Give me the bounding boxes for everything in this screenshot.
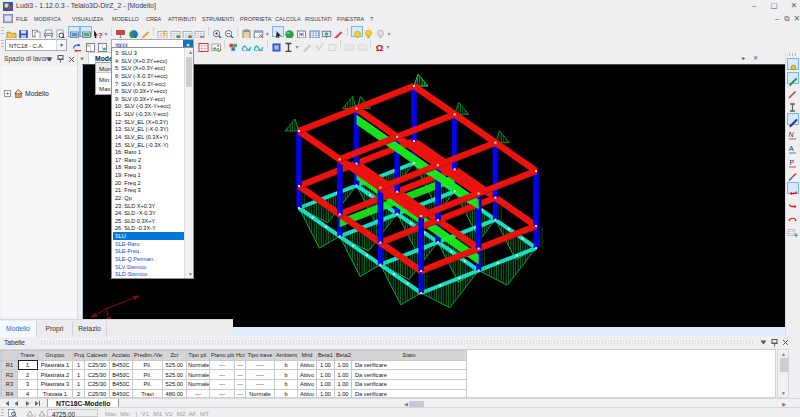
table-cell[interactable]: 525.00 bbox=[163, 380, 187, 390]
preview-icon[interactable] bbox=[55, 26, 67, 37]
table-cell[interactable]: --- bbox=[210, 370, 235, 380]
dropdown-item[interactable]: 6: SLV (-X-0.3Y+ecc) bbox=[113, 72, 184, 80]
combination-table-icon[interactable] bbox=[198, 39, 210, 50]
table-cell[interactable]: C25/30 bbox=[85, 370, 110, 380]
dropdown-item[interactable]: SLD-Sismico bbox=[113, 270, 184, 278]
table-cell[interactable]: 525.00 bbox=[163, 370, 187, 380]
close-window-icon[interactable] bbox=[253, 26, 265, 37]
scroll-down-icon[interactable]: ▼ bbox=[779, 390, 788, 396]
brush-icon[interactable] bbox=[787, 168, 799, 180]
panel-icon[interactable] bbox=[344, 39, 356, 50]
table-cell[interactable]: Pil. bbox=[133, 360, 163, 370]
table-cell[interactable]: Travata 1 bbox=[38, 389, 73, 398]
table-cell[interactable]: --- bbox=[187, 389, 210, 398]
dropdown-item[interactable]: 12: SLV_EL (X+0.3Y) bbox=[113, 118, 184, 126]
check-icon[interactable] bbox=[314, 39, 326, 50]
table-cell[interactable]: Pil. bbox=[133, 370, 163, 380]
menu-file[interactable]: FILE bbox=[16, 16, 28, 22]
table-cell[interactable]: 2 bbox=[18, 370, 38, 380]
menu-modifica[interactable]: MODIFICA bbox=[34, 16, 61, 22]
toolbar-overflow-icon[interactable]: ▾ bbox=[266, 33, 269, 36]
table-cell[interactable]: R4 bbox=[2, 389, 18, 398]
table-vertical-scrollbar[interactable]: ▲ ▼ bbox=[777, 349, 789, 398]
table-cell[interactable]: --- bbox=[235, 380, 246, 390]
table-cell[interactable]: b bbox=[275, 370, 298, 380]
copy-icon[interactable] bbox=[31, 26, 43, 37]
col-header[interactable]: Trave bbox=[18, 351, 38, 361]
table-cell[interactable]: 4 bbox=[18, 389, 38, 398]
col-header[interactable]: Zcr bbox=[163, 351, 187, 361]
zoom-in-icon[interactable] bbox=[212, 26, 224, 37]
col-header[interactable]: Acciaio bbox=[110, 351, 133, 361]
table-cell[interactable]: 1.00 bbox=[335, 380, 352, 390]
dropdown-item[interactable]: 4: SLV (X+0.3Y+ecc) bbox=[113, 57, 184, 65]
table-cell[interactable]: Attivo bbox=[298, 380, 317, 390]
dropdown-item[interactable]: 5: SLV (X+0.3Y-ecc) bbox=[113, 64, 184, 72]
dropdown-scrollbar[interactable]: ▲ ▼ bbox=[184, 48, 193, 278]
col-header[interactable]: Ambiente bbox=[275, 351, 298, 361]
section-icon[interactable] bbox=[283, 39, 295, 50]
norm-combo-arrow[interactable]: ▼ bbox=[56, 40, 66, 50]
film-icon[interactable] bbox=[296, 26, 308, 37]
table-cell[interactable]: Travi bbox=[133, 389, 163, 398]
table-cell[interactable]: Pilastrata 1 bbox=[38, 360, 73, 370]
table-cell[interactable]: R2 bbox=[2, 370, 18, 380]
table-cell[interactable]: 1.00 bbox=[317, 389, 335, 398]
table-cell[interactable]: 3 bbox=[18, 380, 38, 390]
toolbar-grip-2[interactable] bbox=[1, 40, 4, 49]
dropdown-item[interactable]: 3: SLU 3 bbox=[113, 49, 184, 57]
panel-close-icon[interactable] bbox=[68, 56, 75, 63]
image-edit-icon[interactable] bbox=[211, 39, 223, 50]
scroll-right-icon[interactable]: ▶ bbox=[782, 401, 786, 407]
dropdown-item[interactable]: 11: SLV (-0.3X-Y-ecc) bbox=[113, 110, 184, 118]
zoom-out-icon[interactable] bbox=[224, 26, 236, 37]
toolbar-overflow-icon[interactable]: ▾ bbox=[296, 46, 299, 49]
mesh-add-icon[interactable] bbox=[787, 224, 799, 236]
table-cell[interactable]: b bbox=[275, 389, 298, 398]
solid-view-icon[interactable] bbox=[271, 39, 283, 50]
tab-strip-controls[interactable]: ▸ ✕ bbox=[742, 54, 761, 61]
view-model-icon[interactable] bbox=[68, 26, 80, 37]
dropdown-item[interactable]: 13: SLV_EL (-X-0.3Y) bbox=[113, 125, 184, 133]
dropdown-item[interactable]: 24: SLD -X-0.3Y bbox=[113, 209, 184, 217]
tables-close-icon[interactable] bbox=[782, 339, 789, 346]
light-icon[interactable] bbox=[363, 26, 375, 37]
tree-expand-icon[interactable]: + bbox=[4, 90, 11, 97]
table-cell[interactable]: B450C bbox=[110, 370, 133, 380]
constraint2-icon[interactable] bbox=[787, 196, 799, 208]
table-row[interactable]: R11Pilastrata 11C25/30B450CPil.525.00Nor… bbox=[2, 360, 467, 370]
notebook-green-icon[interactable] bbox=[97, 39, 109, 50]
dropdown-item[interactable]: 22: Qp bbox=[113, 194, 184, 202]
menu-risultati[interactable]: RISULTATI bbox=[305, 16, 332, 22]
arc-icon[interactable] bbox=[787, 210, 799, 222]
draw-icon[interactable] bbox=[140, 26, 152, 37]
grid-snap-icon[interactable] bbox=[157, 26, 169, 37]
table-cell[interactable]: 480.00 bbox=[163, 389, 187, 398]
toolbar-overflow-icon[interactable]: ▾ bbox=[387, 46, 390, 49]
panel2-icon[interactable] bbox=[357, 39, 369, 50]
table-cell[interactable]: Pil. bbox=[133, 380, 163, 390]
col-header[interactable]: Gruppo bbox=[38, 351, 73, 361]
table-cell[interactable]: C25/30 bbox=[85, 360, 110, 370]
box-icon[interactable] bbox=[327, 39, 339, 50]
table-cell[interactable]: Normale bbox=[187, 370, 210, 380]
globe-icon[interactable] bbox=[128, 26, 140, 37]
col-header[interactable]: Calcestr bbox=[85, 351, 110, 361]
dropdown-scroll-down-icon[interactable]: ▼ bbox=[186, 271, 195, 277]
render-icon[interactable] bbox=[115, 26, 127, 37]
norm-combo[interactable]: NTC18 - C.A.▼ bbox=[5, 39, 67, 51]
tables-pin-icon[interactable] bbox=[771, 339, 778, 347]
sphere-icon[interactable] bbox=[284, 26, 296, 37]
dropdown-item[interactable]: SLE-Q.Perman. bbox=[113, 255, 184, 263]
clipboard-icon[interactable] bbox=[241, 26, 253, 37]
table-cell[interactable]: b bbox=[275, 360, 298, 370]
table-cell[interactable]: Pilastrata 3 bbox=[38, 380, 73, 390]
scroll-left-icon[interactable]: ◀ bbox=[404, 401, 408, 407]
table-cell[interactable]: C25/30 bbox=[85, 380, 110, 390]
view-results-icon[interactable] bbox=[80, 26, 92, 37]
dropdown-item[interactable]: 9: SLV (0.3X+Y-ecc) bbox=[113, 95, 184, 103]
table-cell[interactable]: --- bbox=[235, 389, 246, 398]
open-icon[interactable] bbox=[6, 26, 18, 37]
dropdown-item[interactable]: SLE-Raro bbox=[113, 240, 184, 248]
table-cell[interactable]: R1 bbox=[2, 360, 18, 370]
